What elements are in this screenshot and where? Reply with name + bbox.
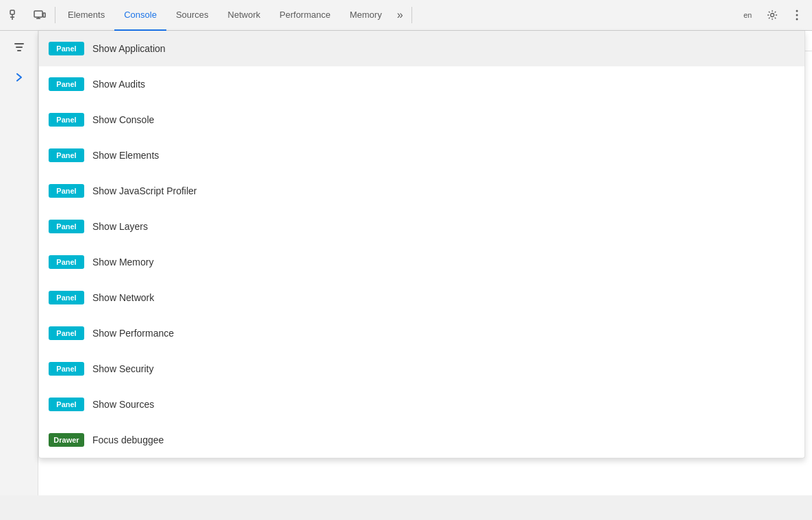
more-menu-btn[interactable] [785,3,809,27]
badge-panel: Panel [49,184,84,198]
tab-sources[interactable]: Sources [166,0,218,31]
tab-console[interactable]: Console [114,0,166,31]
command-dropdown: PanelShow ApplicationPanelShow AuditsPan… [38,31,805,458]
responsive-icon-btn[interactable] [27,3,52,27]
dropdown-item-label: Show Application [92,43,166,54]
dropdown-item-show-audits[interactable]: PanelShow Audits [39,66,804,102]
main-area: > PanelShow ApplicationPanelShow AuditsP… [0,31,812,495]
badge-panel: Panel [49,291,84,304]
show-console-sidebar-icon [13,41,25,53]
expand-sidebar-btn[interactable] [8,66,30,88]
dropdown-item-show-console[interactable]: PanelShow Console [39,102,804,138]
dropdown-item-label: Show Audits [92,79,145,90]
inspect-icon [9,9,21,21]
svg-rect-13 [17,50,21,51]
svg-point-7 [771,14,774,17]
svg-point-10 [796,18,798,21]
badge-panel: Panel [49,113,84,127]
tab-memory[interactable]: Memory [340,0,392,31]
dropdown-item-label: Show Memory [92,257,153,268]
dropdown-item-label: Show Network [92,292,154,303]
dropdown-item-focus-debuggee[interactable]: DrawerFocus debuggee [39,422,804,458]
tab-performance[interactable]: Performance [270,0,340,31]
svg-point-8 [796,10,798,12]
dropdown-item-show-javascript-profiler[interactable]: PanelShow JavaScript Profiler [39,173,804,209]
settings-btn[interactable] [760,3,785,27]
tab-elements[interactable]: Elements [58,0,114,31]
badge-panel: Panel [49,77,84,91]
devtools-toolbar: Elements Console Sources Network Perform… [0,0,812,31]
badge-panel: Panel [49,326,84,340]
badge-panel: Panel [49,362,84,376]
toolbar-right: en [735,3,809,27]
more-icon [796,10,798,21]
responsive-icon [34,9,46,21]
svg-rect-12 [16,47,23,48]
dropdown-item-label: Show JavaScript Profiler [92,185,197,196]
dropdown-item-show-network[interactable]: PanelShow Network [39,280,804,315]
svg-rect-4 [43,13,45,17]
dropdown-item-label: Show Security [92,363,153,374]
dropdown-item-label: Show Layers [92,221,148,232]
locale-btn[interactable]: en [735,3,760,27]
inspect-icon-btn[interactable] [3,3,27,27]
tab-overflow-btn[interactable]: » [392,0,409,31]
left-sidebar [0,31,38,495]
badge-panel: Panel [49,220,84,233]
dropdown-item-label: Focus debuggee [92,434,164,445]
toolbar-divider-2 [411,7,412,23]
dropdown-item-label: Show Sources [92,399,154,410]
tab-network[interactable]: Network [218,0,270,31]
toolbar-divider [55,7,55,23]
svg-rect-11 [14,43,24,44]
svg-rect-3 [34,11,42,17]
dropdown-container: > PanelShow ApplicationPanelShow AuditsP… [38,31,812,495]
chevron-right-icon [15,71,23,83]
badge-panel: Panel [49,255,84,269]
dropdown-item-show-elements[interactable]: PanelShow Elements [39,138,804,173]
dropdown-item-show-sources[interactable]: PanelShow Sources [39,387,804,422]
dropdown-item-show-application[interactable]: PanelShow Application [39,31,804,66]
svg-rect-0 [10,10,14,14]
badge-panel: Panel [49,42,84,55]
dropdown-item-show-layers[interactable]: PanelShow Layers [39,209,804,244]
dropdown-item-label: Show Performance [92,328,174,339]
dropdown-item-label: Show Console [92,114,154,125]
dropdown-item-show-performance[interactable]: PanelShow Performance [39,315,804,351]
dropdown-item-show-memory[interactable]: PanelShow Memory [39,244,804,280]
badge-drawer: Drawer [49,433,84,447]
dropdown-item-show-security[interactable]: PanelShow Security [39,351,804,387]
badge-panel: Panel [49,148,84,162]
console-filter-btn[interactable] [8,36,30,58]
dropdown-item-label: Show Elements [92,150,159,161]
svg-point-9 [796,14,798,16]
settings-icon [767,10,778,21]
badge-panel: Panel [49,398,84,411]
